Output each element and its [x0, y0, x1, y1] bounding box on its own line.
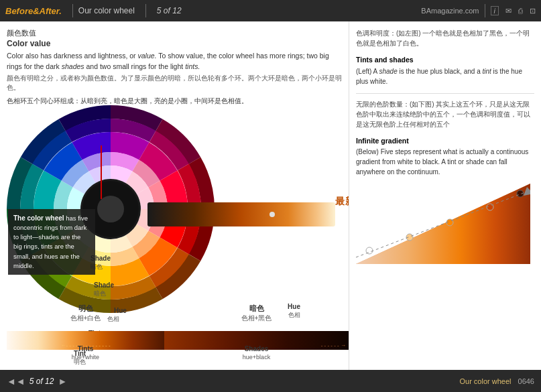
callout-text: has five concentric rings from dark to l… — [13, 214, 88, 269]
bottom-tints-cn: 明色 — [7, 304, 164, 314]
divider-line — [356, 93, 534, 94]
text-intro: 颜色数值 Color value Color also has darkness… — [7, 28, 342, 92]
bottom-shades-sub: 色相+黑色 — [164, 314, 349, 323]
right-section-1: 色调和明度：(如左图) 一个暗色就是色相加了黑色，一个明色就是色相加了白色。 — [356, 28, 534, 48]
bottom-shades-cn: 暗色 — [164, 304, 349, 314]
header-divider2 — [145, 4, 146, 17]
tints-label: Tints — [78, 345, 94, 352]
wedge-visualization — [356, 184, 530, 264]
nav-next-btn[interactable]: ► — [58, 376, 67, 387]
page-number: 5 of 12 — [157, 6, 182, 15]
right-text2: (Below) Five steps represent what is act… — [356, 147, 534, 177]
shades-text: Shades hue+black — [164, 344, 349, 361]
cn-desc: 颜色有明暗之分，或者称为颜色数值。为了显示颜色的明暗，所以色轮有多个环。两个大环… — [7, 74, 342, 92]
svg-point-10 — [517, 190, 524, 197]
cn-title: 颜色数值 — [7, 28, 342, 38]
nav-right-info: Our color wheel 0646 — [459, 377, 534, 385]
tints-sub: hue+white — [72, 354, 99, 361]
bottom-tints-label: 明色 色相+白色 — [7, 304, 164, 323]
footer-page-num: 5 of 12 — [29, 377, 54, 386]
email-icon[interactable]: ✉ — [505, 7, 512, 15]
header-title-area: Our color wheel 5 of 12 — [78, 4, 422, 17]
right-panel: 色调和明度：(如左图) 一个暗色就是色相加了黑色，一个明色就是色相加了白色。 T… — [349, 21, 541, 370]
shades-label: Shades — [245, 345, 269, 352]
label-shade2: Shade — [94, 281, 114, 289]
footer-page-info: 5 of 12 — [29, 377, 54, 386]
callout-title: The color wheel — [13, 214, 64, 222]
brand-logo: Before&After. — [5, 6, 62, 16]
right-section-2: Tints and shades (Left) A shade is the h… — [356, 55, 534, 86]
svg-point-7 — [406, 234, 413, 241]
brand-before: Before — [5, 6, 33, 16]
right-text1: (Left) A shade is the hue plus black, an… — [356, 66, 534, 86]
svg-point-2 — [97, 196, 124, 222]
right-heading1: Tints and shades — [356, 55, 534, 65]
brand-amp: & — [33, 6, 39, 16]
label-shade2-cn: 暗色 — [94, 289, 106, 298]
wheel-area: // This will be rendered server-side, ju… — [7, 109, 342, 370]
right-cn1: 色调和明度：(如左图) 一个暗色就是色相加了黑色，一个明色就是色相加了白色。 — [356, 28, 534, 48]
red-brace — [101, 145, 102, 199]
nav-left: ◄◄ 5 of 12 ► — [7, 376, 67, 387]
nav-prev-btn[interactable]: ◄◄ — [7, 376, 25, 387]
bottom-shades-label: 暗色 色相+黑色 — [164, 304, 349, 323]
description: Color also has darkness and lightness, o… — [7, 51, 342, 72]
header-divider — [72, 4, 73, 17]
gradient-strip — [147, 202, 335, 226]
right-section-3: 无限的色阶数量：(如下图) 其实上这五个环，只是从这无限色阶中取出来连续绝阶中的… — [356, 99, 534, 129]
header-divider3 — [485, 4, 485, 17]
tints-shades-text: Tints hue+white Shades hue+black — [7, 344, 349, 361]
print-icon[interactable]: ⎙ — [518, 7, 523, 15]
header: Before&After. Our color wheel 5 of 12 BA… — [0, 0, 541, 21]
site-name: BAmagazine.com — [421, 7, 479, 15]
header-icons: i ✉ ⎙ ⊡ — [491, 6, 536, 15]
right-section-4: Infinite gradient (Below) Five steps rep… — [356, 136, 534, 178]
wheel-callout: The color wheel has five concentric ring… — [8, 209, 95, 275]
gradient-strip-area: 最新设计元素 — [147, 202, 342, 226]
main-content: 颜色数值 Color value Color also has darkness… — [0, 21, 541, 370]
bottom-labels-row: 明色 色相+白色 暗色 色相+黑色 — [7, 304, 349, 323]
right-heading2: Infinite gradient — [356, 136, 534, 146]
bottom-bar: ◄◄ 5 of 12 ► Our color wheel 0646 — [0, 370, 541, 392]
bookmark-icon[interactable]: ⊡ — [530, 7, 536, 15]
tints-text: Tints hue+white — [7, 344, 164, 361]
footer-doc-num: 0646 — [518, 377, 534, 385]
en-title: Color value — [7, 38, 342, 50]
right-cn2: 无限的色阶数量：(如下图) 其实上这五个环，只是从这无限色阶中取出来连续绝阶中的… — [356, 99, 534, 129]
gradient-dot — [269, 212, 275, 217]
left-panel: 颜色数值 Color value Color also has darkness… — [0, 21, 349, 370]
page-title: Our color wheel — [78, 6, 135, 15]
bottom-tints-sub: 色相+白色 — [7, 314, 164, 323]
info-icon[interactable]: i — [491, 6, 499, 15]
footer-doc-title: Our color wheel — [459, 377, 511, 385]
shades-sub: hue+black — [243, 354, 270, 361]
brand-after: After. — [40, 6, 62, 16]
wedge-svg — [356, 184, 530, 264]
gradient-label: 最新设计元素 — [335, 196, 342, 208]
